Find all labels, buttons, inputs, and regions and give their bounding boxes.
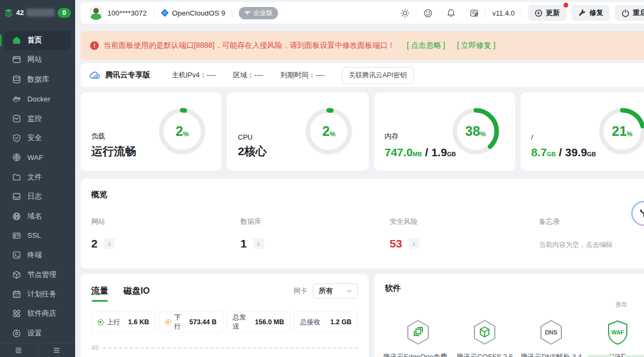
menu-list-button[interactable] bbox=[38, 344, 76, 357]
sidebar-item-cron[interactable]: 计划任务 bbox=[4, 285, 71, 304]
sidebar-item-home[interactable]: 首页 bbox=[4, 31, 71, 50]
warning-message: 当前面板使用的是默认端口[8888]，可能存在入侵风险，请到面板设置中修改面板端… bbox=[104, 41, 395, 50]
divider bbox=[485, 9, 486, 17]
os-name: OpenCloudOS 9 bbox=[172, 9, 225, 17]
disk-usage: 8.7GB / 39.9GB bbox=[531, 146, 596, 159]
ai-assistant-icon bbox=[633, 202, 644, 224]
wrench-icon bbox=[578, 9, 586, 17]
certificate-icon bbox=[12, 231, 21, 240]
sidebar-item-ssl[interactable]: SSL bbox=[4, 226, 71, 245]
security-risk-count: 53 bbox=[390, 237, 402, 250]
cpu-gauge: 2% bbox=[303, 106, 354, 157]
install-button-partial[interactable] bbox=[623, 355, 644, 357]
recommend-tag: 推荐 bbox=[616, 301, 627, 309]
main-area: 100****3072 OpenCloudOS 9 企业版 bbox=[75, 0, 644, 357]
sites-chevron-button[interactable]: › bbox=[104, 238, 115, 249]
software-item-cosfs[interactable]: 腾讯云COSFS 2.5 bbox=[451, 319, 518, 357]
tab-traffic[interactable]: 流量 bbox=[91, 286, 108, 297]
notification-bell-icon[interactable] bbox=[447, 9, 456, 18]
sidebar-item-label: 日志 bbox=[27, 192, 42, 201]
nic-label: 网卡 bbox=[294, 286, 308, 296]
sidebar-item-domain[interactable]: 域名 bbox=[4, 206, 71, 225]
cosfs-hexagon-icon bbox=[472, 319, 497, 345]
security-risk-chevron-button[interactable]: › bbox=[408, 238, 419, 249]
opencloudos-icon bbox=[160, 9, 169, 17]
cpu-cores: 2核心 bbox=[238, 144, 267, 159]
fix-now-link[interactable]: [ 立即修复 ] bbox=[457, 41, 496, 50]
sidebar-item-label: 数据库 bbox=[27, 75, 49, 84]
calendar-icon bbox=[12, 290, 21, 298]
palette-skin-icon[interactable] bbox=[423, 9, 433, 18]
sidebar: 42 0 首页 网站 数据库 Docker bbox=[0, 0, 75, 357]
username[interactable]: 100****3072 bbox=[107, 9, 147, 17]
port-warning-banner: ! 当前面板使用的是默认端口[8888]，可能存在入侵风险，请到面板设置中修改面… bbox=[80, 31, 644, 60]
sidebar-item-waf[interactable]: WAF bbox=[4, 148, 71, 167]
memory-stat-card[interactable]: 内存 747.0MB / 1.9GB 38% bbox=[374, 92, 515, 171]
sidebar-item-label: 设置 bbox=[27, 329, 42, 338]
wing-icon bbox=[244, 10, 251, 16]
home-icon bbox=[12, 36, 21, 45]
docker-icon bbox=[12, 94, 21, 103]
software-item-edgeone[interactable]: 腾讯云EdgeOne免费... bbox=[385, 319, 451, 357]
software-item-waf[interactable]: WAF WAF bbox=[584, 319, 644, 357]
brightness-theme-icon[interactable] bbox=[400, 9, 409, 18]
sidebar-item-docker[interactable]: Docker bbox=[4, 89, 71, 108]
sidebar-item-appstore[interactable]: 软件商店 bbox=[4, 304, 71, 323]
sidebar-item-terminal[interactable]: 终端 bbox=[4, 245, 71, 265]
sidebar-item-label: 网站 bbox=[27, 55, 42, 64]
user-avatar[interactable] bbox=[89, 6, 103, 20]
panel-version: v11.4.0 bbox=[492, 9, 515, 17]
memory-usage: 747.0MB / 1.9GB bbox=[385, 146, 456, 159]
collapse-sidebar-button[interactable] bbox=[0, 344, 38, 357]
divider bbox=[521, 9, 522, 17]
restart-button[interactable]: 重启 bbox=[615, 5, 644, 21]
sidebar-footer bbox=[0, 343, 75, 357]
total-received-stat: 总接收 1.2 GB bbox=[294, 311, 358, 333]
repair-button[interactable]: 修复 bbox=[572, 5, 610, 21]
svg-text:WAF: WAF bbox=[611, 329, 624, 336]
update-button[interactable]: 更新 bbox=[528, 5, 566, 21]
traffic-card: 流量 磁盘IO 网卡 所有 上行 1.6 KB bbox=[80, 274, 369, 357]
dns-hexagon-icon: DNS bbox=[539, 319, 564, 345]
software-item-dns[interactable]: DNS 腾讯云DNS解析 3.4 bbox=[518, 319, 584, 357]
gridline bbox=[103, 347, 358, 348]
sidebar-item-website[interactable]: 网站 bbox=[4, 50, 71, 69]
y-axis-tick: 49 bbox=[91, 344, 98, 352]
divider bbox=[153, 9, 154, 17]
message-count-badge[interactable]: 0 bbox=[57, 8, 71, 18]
memo-placeholder[interactable]: 当前内容为空，点击编辑 bbox=[539, 241, 644, 250]
total-sent-stat: 总发送 156.0 MB bbox=[226, 311, 291, 333]
sites-count: 2 bbox=[91, 237, 98, 250]
cpu-stat-card[interactable]: CPU 2核心 2% bbox=[227, 92, 368, 171]
sidebar-item-nodes[interactable]: 节点管理 bbox=[4, 265, 71, 285]
changelog-note-icon[interactable] bbox=[470, 9, 479, 18]
sidebar-item-logs[interactable]: 日志 bbox=[4, 187, 71, 206]
databases-chevron-button[interactable]: › bbox=[253, 238, 264, 249]
security-shield-icon bbox=[12, 134, 21, 142]
edgeone-hexagon-icon bbox=[406, 319, 430, 345]
sidebar-item-security[interactable]: 安全 bbox=[4, 128, 71, 148]
sidebar-item-monitor[interactable]: 监控 bbox=[4, 108, 71, 128]
disk-mount-label: / bbox=[531, 133, 533, 141]
disk-stat-card[interactable]: / 8.7GB / 39.9GB 21% bbox=[521, 92, 644, 171]
sidebar-item-files[interactable]: 文件 bbox=[4, 167, 71, 187]
load-status: 运行流畅 bbox=[91, 144, 136, 159]
down-dot-icon bbox=[165, 319, 171, 325]
ignore-link[interactable]: [ 点击忽略 ] bbox=[407, 41, 445, 50]
nic-select-dropdown[interactable]: 所有 bbox=[313, 283, 358, 298]
sidebar-item-database[interactable]: 数据库 bbox=[4, 70, 71, 89]
server-id-label: 42 bbox=[16, 9, 24, 17]
tab-disk-io[interactable]: 磁盘IO bbox=[123, 286, 150, 297]
traffic-chart: 49 bbox=[91, 344, 358, 352]
topbar: 100****3072 OpenCloudOS 9 企业版 bbox=[80, 2, 644, 24]
tencent-cloud-bar: 腾讯云专享版 主机IPv4：---- 区域：---- 到期时间：---- 关联腾… bbox=[80, 63, 644, 87]
sidebar-item-settings[interactable]: 设置 bbox=[4, 324, 71, 343]
update-icon bbox=[535, 9, 543, 17]
sidebar-item-label: 文件 bbox=[27, 172, 42, 182]
chevron-down-icon bbox=[347, 288, 352, 294]
divider bbox=[232, 9, 232, 17]
appstore-icon bbox=[12, 309, 21, 318]
install-button-partial[interactable] bbox=[588, 355, 616, 357]
bind-api-key-button[interactable]: 关联腾讯云API密钥 bbox=[342, 67, 414, 84]
load-stat-card[interactable]: 负载 运行流畅 2% bbox=[80, 92, 222, 171]
